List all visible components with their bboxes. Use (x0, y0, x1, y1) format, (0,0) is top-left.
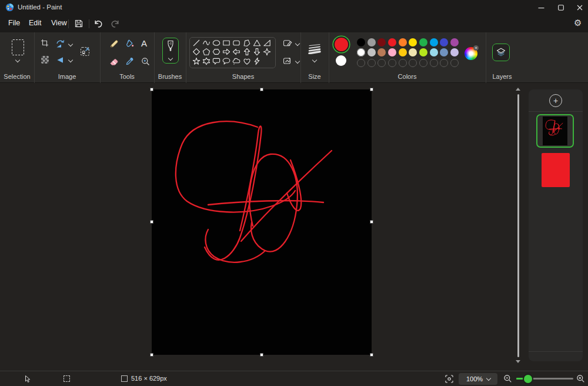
shape-polygon[interactable] (242, 38, 251, 47)
zoom-out-icon[interactable] (503, 374, 512, 383)
layer-thumbnail-2[interactable] (542, 153, 570, 187)
select-pattern-icon[interactable] (41, 56, 49, 64)
palette-swatch-ffc90e[interactable] (399, 48, 407, 56)
resize-handle-bottom-right[interactable] (370, 353, 373, 357)
palette-swatch-empty[interactable] (409, 59, 417, 67)
shape-right-triangle[interactable] (262, 38, 271, 47)
palette-swatch-000000[interactable] (357, 38, 365, 46)
palette-swatch-ffffff[interactable] (357, 48, 365, 56)
shape-star-six[interactable] (202, 56, 211, 65)
resize-handle-top-center[interactable] (260, 88, 263, 91)
rotate-icon[interactable] (55, 39, 66, 48)
crop-icon[interactable] (41, 39, 49, 47)
palette-swatch-empty[interactable] (450, 59, 459, 67)
pencil-icon[interactable] (109, 39, 118, 48)
maximize-button[interactable] (552, 0, 570, 15)
resize-handle-top-right[interactable] (370, 88, 373, 91)
scrollbar-up-arrow-icon[interactable] (516, 88, 520, 91)
shape-diamond[interactable] (192, 48, 201, 56)
flip-icon[interactable] (56, 56, 64, 64)
palette-swatch-3f48cc[interactable] (440, 38, 448, 46)
vertical-scrollbar[interactable] (514, 86, 522, 370)
shape-outline-chevron-icon[interactable] (295, 42, 300, 46)
palette-swatch-c3c3c3[interactable] (368, 48, 376, 56)
zoom-slider[interactable] (516, 378, 573, 380)
layers-button[interactable] (492, 44, 510, 61)
shape-pentagon[interactable] (202, 48, 211, 56)
resize-icon[interactable] (80, 46, 90, 56)
resize-handle-bottom-left[interactable] (150, 353, 153, 357)
shape-curve[interactable] (202, 38, 211, 47)
shape-fill-button[interactable] (283, 56, 293, 65)
shape-outline-button[interactable] (283, 39, 293, 48)
scrollbar-down-arrow-icon[interactable] (516, 360, 520, 363)
settings-gear-icon[interactable]: ⚙ (574, 18, 582, 28)
drawing-canvas[interactable] (152, 89, 372, 355)
save-button[interactable] (74, 19, 83, 28)
resize-handle-middle-left[interactable] (150, 220, 153, 224)
undo-button[interactable] (93, 19, 103, 29)
palette-swatch-7092be[interactable] (440, 48, 448, 56)
palette-swatch-c8bfe7[interactable] (450, 48, 459, 56)
menu-edit[interactable]: Edit (24, 16, 46, 29)
shape-triangle[interactable] (252, 38, 261, 47)
redo-button[interactable] (111, 19, 120, 29)
selection-dropdown-chevron-icon[interactable] (15, 58, 20, 63)
palette-swatch-ffaec9[interactable] (388, 48, 396, 56)
palette-swatch-00a2e8[interactable] (430, 38, 438, 46)
shape-rectangle[interactable] (222, 38, 231, 47)
flip-dropdown-chevron-icon[interactable] (68, 58, 73, 63)
palette-swatch-empty[interactable] (440, 59, 448, 67)
palette-swatch-a349a4[interactable] (450, 38, 459, 46)
resize-handle-middle-right[interactable] (370, 220, 373, 224)
shape-oval[interactable] (212, 38, 220, 47)
shape-arrow-up[interactable] (242, 48, 251, 56)
palette-swatch-empty[interactable] (399, 59, 407, 67)
shape-lightning[interactable] (252, 56, 261, 65)
palette-swatch-empty[interactable] (388, 59, 396, 67)
shape-star-five[interactable] (192, 56, 201, 65)
shape-hexagon[interactable] (212, 48, 220, 56)
zoom-dropdown[interactable]: 100% (459, 373, 497, 385)
shape-arrow-right[interactable] (222, 48, 231, 56)
text-tool-icon[interactable]: A (141, 38, 147, 48)
resize-handle-bottom-center[interactable] (260, 353, 263, 357)
shape-arrow-down[interactable] (252, 48, 261, 56)
shape-line[interactable] (192, 38, 201, 47)
fit-to-screen-icon[interactable] (445, 374, 454, 384)
palette-swatch-empty[interactable] (430, 59, 438, 67)
palette-swatch-empty[interactable] (368, 59, 376, 67)
shape-speech-rounded[interactable] (212, 56, 220, 65)
palette-swatch-ec1c24[interactable] (388, 38, 396, 46)
shape-arrow-left[interactable] (232, 48, 241, 56)
size-chevron-icon[interactable] (312, 58, 317, 63)
scrollbar-thumb[interactable] (517, 94, 519, 357)
resize-handle-top-left[interactable] (150, 88, 153, 91)
palette-swatch-ff7f27[interactable] (399, 38, 407, 46)
palette-swatch-780c10[interactable] (377, 38, 386, 46)
shape-heart[interactable] (242, 56, 251, 65)
palette-swatch-b97a57[interactable] (377, 48, 386, 56)
shape-speech-cloud[interactable] (232, 56, 241, 65)
shape-star-four[interactable] (262, 48, 271, 56)
shape-fill-chevron-icon[interactable] (295, 59, 300, 64)
color1-swatch[interactable] (335, 38, 348, 51)
eyedropper-icon[interactable] (125, 56, 135, 66)
line-size-icon[interactable] (308, 44, 321, 54)
palette-swatch-b5e61d[interactable] (419, 48, 427, 56)
eraser-icon[interactable] (109, 57, 119, 66)
add-layer-button[interactable]: + (549, 94, 562, 107)
layer-thumbnail-1[interactable] (536, 114, 574, 148)
shape-rounded-rectangle[interactable] (232, 38, 241, 47)
palette-swatch-9d9d9d[interactable] (368, 38, 376, 46)
palette-swatch-efe4b0[interactable] (409, 48, 417, 56)
color-wheel-icon[interactable]: + (465, 47, 477, 60)
fill-bucket-icon[interactable] (125, 39, 134, 48)
menu-file[interactable]: File (4, 16, 25, 29)
close-button[interactable] (570, 0, 588, 15)
palette-swatch-empty[interactable] (419, 59, 427, 67)
rotate-dropdown-chevron-icon[interactable] (68, 42, 73, 47)
brushes-button[interactable] (162, 38, 179, 64)
minimize-button[interactable] (532, 0, 550, 15)
palette-swatch-99d9ea[interactable] (430, 48, 438, 56)
